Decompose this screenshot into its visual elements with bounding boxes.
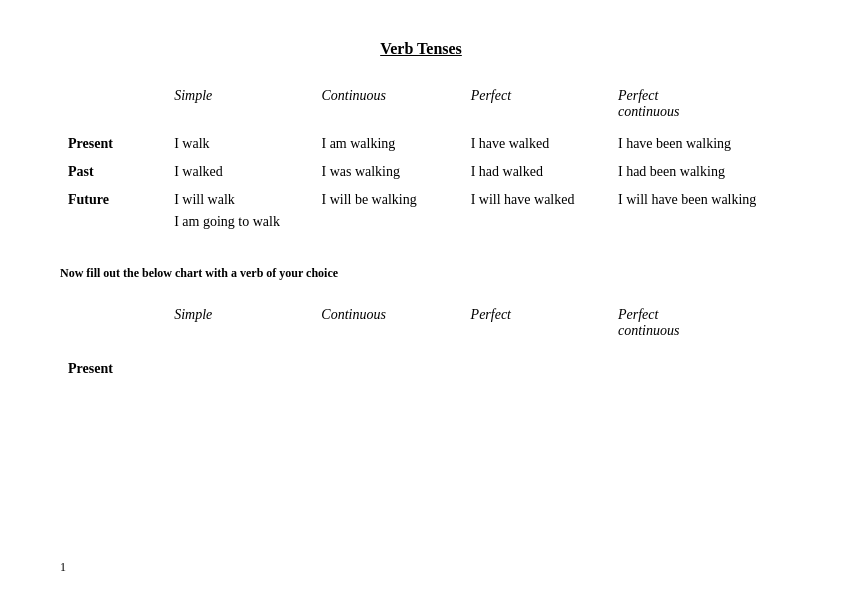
past-perfect: I had walked: [463, 158, 610, 186]
future-perfect-cont-alt: [610, 214, 782, 236]
fill-table-header: Simple Continuous Perfect Perfect contin…: [60, 301, 782, 345]
future-perfect-cont: I will have been walking: [610, 186, 782, 214]
fill-present-perfect: [463, 345, 610, 383]
table-row-future: Future I will walk I will be walking I w…: [60, 186, 782, 214]
fill-header-perfect: Perfect: [463, 301, 610, 345]
past-continuous: I was walking: [313, 158, 462, 186]
future-simple: I will walk: [166, 186, 313, 214]
fill-header-perfect-cont: Perfect continuous: [610, 301, 782, 345]
fill-header-simple: Simple: [166, 301, 313, 345]
tense-present: Present: [60, 130, 166, 158]
present-perfect: I have walked: [463, 130, 610, 158]
future-continuous: I will be walking: [313, 186, 462, 214]
header-continuous: Continuous: [313, 82, 462, 130]
table-header-row: Simple Continuous Perfect Perfect contin…: [60, 82, 782, 130]
fill-row-present: Present: [60, 345, 782, 383]
fill-present-continuous: [313, 345, 462, 383]
fill-header-continuous: Continuous: [313, 301, 462, 345]
future-perfect-alt: [463, 214, 610, 236]
table-row-past: Past I walked I was walking I had walked…: [60, 158, 782, 186]
present-perfect-cont: I have been walking: [610, 130, 782, 158]
future-simple-alt: I am going to walk: [166, 214, 313, 236]
fill-instruction: Now fill out the below chart with a verb…: [60, 266, 782, 281]
past-perfect-cont: I had been walking: [610, 158, 782, 186]
header-tense-col: [60, 82, 166, 130]
fill-present-perfect-cont: [610, 345, 782, 383]
future-perfect: I will have walked: [463, 186, 610, 214]
tense-past: Past: [60, 158, 166, 186]
fill-tense-present: Present: [60, 345, 166, 383]
header-perfect-cont: Perfect continuous: [610, 82, 782, 130]
present-simple: I walk: [166, 130, 313, 158]
tense-future: Future: [60, 186, 166, 236]
verb-tenses-table: Simple Continuous Perfect Perfect contin…: [60, 82, 782, 236]
fill-present-simple: [166, 345, 313, 383]
future-continuous-alt: [313, 214, 462, 236]
page-title: Verb Tenses: [60, 40, 782, 58]
fill-header-tense: [60, 301, 166, 345]
header-simple: Simple: [166, 82, 313, 130]
table-row-present: Present I walk I am walking I have walke…: [60, 130, 782, 158]
past-simple: I walked: [166, 158, 313, 186]
table-row-future-sub: I am going to walk: [60, 214, 782, 236]
header-perfect: Perfect: [463, 82, 610, 130]
fill-table: Simple Continuous Perfect Perfect contin…: [60, 301, 782, 383]
page-number: 1: [60, 560, 66, 575]
present-continuous: I am walking: [313, 130, 462, 158]
